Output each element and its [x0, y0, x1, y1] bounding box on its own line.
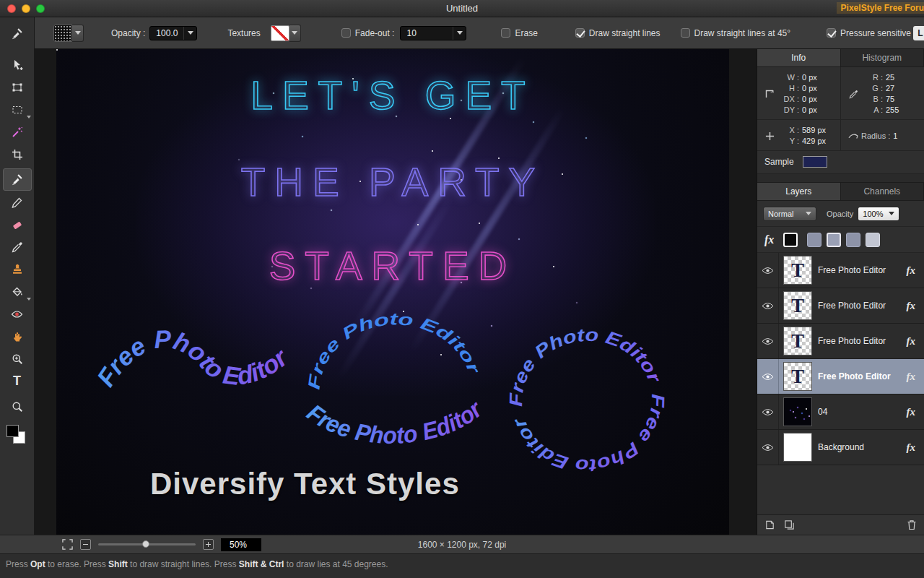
layer-row-selected[interactable]: T Free Photo Editor fx — [757, 359, 924, 394]
hand-tool[interactable] — [3, 325, 32, 348]
opacity-field[interactable]: 100.0 — [149, 26, 197, 40]
eye-icon — [762, 267, 774, 275]
zoom-in-button[interactable] — [203, 539, 214, 550]
stamp-tool[interactable] — [3, 258, 32, 280]
clipped-button[interactable]: L — [913, 26, 924, 40]
layer-visibility-toggle[interactable] — [757, 288, 779, 323]
layer-thumbnail[interactable]: T — [783, 256, 812, 285]
style-preset-4[interactable] — [866, 233, 880, 247]
info-measurements: W :0 px H :0 px DX :0 px DY :0 px R :25 … — [757, 67, 924, 120]
style-preset-3[interactable] — [846, 233, 860, 247]
foreground-color-swatch[interactable] — [6, 425, 19, 437]
magnifier-tool[interactable] — [3, 395, 32, 418]
layer-row[interactable]: Background fx — [757, 430, 924, 465]
zoom-plus-icon — [12, 353, 23, 365]
layer-visibility-toggle[interactable] — [757, 359, 779, 394]
magic-wand-tool[interactable] — [3, 121, 32, 143]
draw-45-checkbox[interactable] — [681, 28, 690, 38]
tab-histogram[interactable]: Histogram — [841, 49, 924, 66]
red-eye-tool[interactable] — [3, 303, 32, 325]
chevron-down-icon — [75, 31, 81, 35]
duplicate-icon — [784, 519, 795, 530]
layer-fx-button[interactable]: fx — [907, 441, 916, 454]
zoom-plus-tool[interactable] — [3, 348, 32, 370]
eraser-tool[interactable] — [3, 213, 32, 236]
options-toolbar: Opacity : 100.0 Textures Fade-out : 10 E… — [35, 17, 924, 49]
transform-tool[interactable] — [3, 76, 32, 98]
zoom-slider[interactable] — [98, 543, 196, 545]
move-tool[interactable] — [3, 53, 32, 76]
tab-layers[interactable]: Layers — [757, 183, 841, 200]
pencil-tool[interactable] — [3, 191, 32, 213]
layer-fx-button[interactable]: fx — [907, 371, 916, 383]
fadeout-dropdown-button[interactable] — [453, 27, 466, 40]
layer-thumbnail[interactable]: T — [783, 327, 812, 355]
draw-straight-lines-checkbox[interactable] — [575, 28, 585, 38]
layer-opacity-select[interactable]: 100% — [858, 207, 899, 221]
marquee-icon — [12, 104, 23, 116]
crop-tool[interactable] — [3, 143, 32, 165]
color-swatches[interactable] — [3, 423, 32, 454]
layer-fx-button[interactable]: fx — [907, 335, 916, 348]
text-tool-icon: T — [13, 374, 21, 389]
layer-thumbnail[interactable]: T — [783, 362, 812, 391]
chevron-down-icon — [889, 212, 894, 215]
texture-dropdown-button[interactable] — [289, 25, 301, 42]
promo-link[interactable]: PixelStyle Free Foru — [837, 2, 924, 14]
layer-thumbnail[interactable] — [783, 397, 812, 426]
blend-mode-select[interactable]: Normal — [763, 207, 816, 221]
brush-dropdown-button[interactable] — [72, 25, 84, 42]
pressure-sensitive-checkbox[interactable] — [827, 28, 836, 38]
radius-value: 1 — [893, 131, 897, 140]
eyedropper-tool[interactable] — [3, 236, 32, 258]
canvas[interactable]: LET'S GET THE PARTY STARTED Free Photo E… — [56, 49, 729, 535]
layer-fx-button[interactable]: fx — [907, 264, 916, 277]
info-position: X :589 px Y :429 px Radius : 1 — [757, 120, 924, 151]
layer-row[interactable]: T Free Photo Editor fx — [757, 324, 924, 359]
zoom-slider-knob[interactable] — [142, 540, 149, 548]
duplicate-layer-button[interactable] — [784, 519, 795, 530]
layer-row[interactable]: 04 fx — [757, 394, 924, 430]
layer-row[interactable]: T Free Photo Editor fx — [757, 288, 924, 324]
textures-label: Textures — [227, 28, 260, 38]
layer-visibility-toggle[interactable] — [757, 394, 779, 429]
text-tool[interactable]: T — [3, 370, 32, 392]
info-xy: X :589 px Y :429 px — [757, 120, 840, 150]
status-key-opt: Opt — [30, 559, 45, 569]
layer-fx-button[interactable]: fx — [907, 406, 916, 418]
layer-thumbnail[interactable]: T — [783, 291, 812, 320]
style-preset-2[interactable] — [827, 233, 841, 247]
layer-fx-button[interactable]: fx — [907, 300, 916, 312]
style-preset-black[interactable] — [783, 233, 798, 247]
radius-label: Radius : — [861, 131, 890, 140]
tab-info[interactable]: Info — [757, 49, 841, 66]
draw-45-label: Draw straight lines at 45° — [694, 28, 791, 38]
layer-visibility-toggle[interactable] — [757, 253, 779, 288]
fadeout-select[interactable]: 10 — [400, 26, 466, 40]
delete-layer-button[interactable] — [907, 519, 917, 530]
fadeout-checkbox[interactable] — [341, 28, 351, 38]
paint-bucket-tool[interactable] — [3, 280, 32, 303]
opacity-dropdown-button[interactable] — [183, 27, 196, 40]
style-preset-1[interactable] — [807, 233, 821, 247]
status-key-shift-ctrl: Shift & Ctrl — [239, 559, 284, 569]
paintbrush-icon — [11, 173, 23, 186]
texture-swatch[interactable] — [271, 25, 289, 41]
paintbrush-tool[interactable] — [3, 168, 32, 191]
dimensions-icon — [762, 72, 777, 116]
layer-visibility-toggle[interactable] — [757, 430, 779, 465]
layer-thumbnail[interactable] — [783, 433, 812, 462]
tab-channels[interactable]: Channels — [841, 183, 924, 200]
zoom-value-field[interactable]: 50% — [221, 538, 261, 551]
layer-visibility-toggle[interactable] — [757, 324, 779, 358]
draw-straight-lines-label: Draw straight lines — [589, 28, 661, 38]
rect-select-tool[interactable] — [3, 98, 32, 121]
new-layer-button[interactable] — [764, 519, 775, 530]
brush-preview[interactable] — [53, 25, 72, 42]
layer-row[interactable]: T Free Photo Editor fx — [757, 253, 924, 288]
zoom-out-button[interactable] — [80, 539, 91, 550]
erase-checkbox[interactable] — [501, 28, 510, 38]
chevron-down-icon — [806, 212, 811, 215]
sample-color-swatch[interactable] — [803, 156, 827, 168]
fit-screen-button[interactable] — [62, 539, 73, 550]
